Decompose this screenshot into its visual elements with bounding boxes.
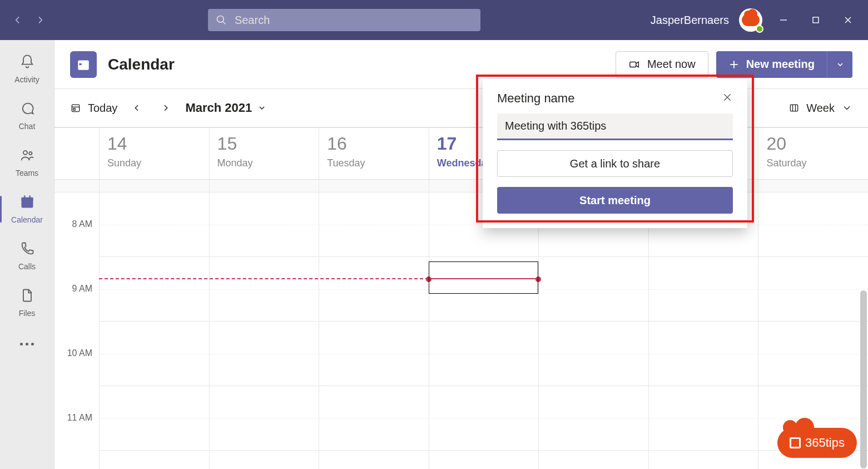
day-column[interactable] (429, 192, 539, 469)
rail-item-calls[interactable]: Calls (0, 233, 54, 279)
month-picker[interactable]: March 2021 (185, 101, 266, 115)
day-header[interactable]: 15Monday (209, 128, 319, 179)
rail-item-calendar[interactable]: Calendar (0, 186, 54, 233)
svg-rect-19 (73, 108, 75, 110)
rail-item-files[interactable]: Files (0, 279, 54, 326)
day-column[interactable] (648, 192, 758, 469)
svg-point-0 (217, 16, 224, 23)
hour-label: 10 AM (54, 354, 99, 418)
new-meeting-dropdown[interactable] (827, 51, 852, 78)
calendar-content: Calendar Meet now New meeting Today (54, 40, 868, 469)
calendar-grid[interactable]: 8 AM9 AM10 AM11 AM (54, 192, 868, 469)
day-column[interactable] (319, 192, 429, 469)
phone-icon (19, 241, 35, 259)
rail-item-activity[interactable]: Activity (0, 46, 54, 92)
avatar[interactable] (739, 8, 762, 32)
svg-rect-9 (21, 198, 33, 201)
svg-point-6 (23, 151, 27, 155)
app-rail: Activity Chat Teams Calendar Calls Files (0, 40, 54, 469)
svg-line-1 (222, 22, 225, 24)
day-header[interactable]: 14Sunday (99, 128, 209, 179)
titlebar: JasperBernaers (0, 0, 868, 40)
calendar-app-icon (70, 51, 97, 78)
get-link-button[interactable]: Get a link to share (497, 150, 733, 177)
rail-item-teams[interactable]: Teams (0, 139, 54, 186)
prev-week-button[interactable] (127, 98, 146, 117)
day-column[interactable] (99, 192, 209, 469)
rail-item-chat[interactable]: Chat (0, 92, 54, 139)
chevron-down-icon (836, 60, 845, 69)
new-meeting-button[interactable]: New meeting (716, 51, 827, 78)
username: JasperBernaers (651, 14, 729, 27)
chevron-down-icon (841, 102, 852, 113)
svg-rect-11 (29, 195, 30, 199)
forward-button[interactable] (36, 16, 44, 24)
hour-label: 8 AM (54, 225, 99, 289)
meet-now-button[interactable]: Meet now (616, 51, 708, 78)
svg-rect-20 (791, 105, 798, 111)
svg-rect-3 (813, 17, 819, 23)
svg-rect-13 (79, 63, 81, 65)
search-icon (216, 14, 227, 28)
svg-rect-14 (630, 62, 636, 67)
svg-rect-10 (24, 195, 25, 199)
time-selection[interactable] (429, 261, 539, 294)
day-column[interactable] (538, 192, 648, 469)
week-view-icon (788, 102, 800, 113)
all-day-cell[interactable] (99, 180, 209, 192)
all-day-cell[interactable] (319, 180, 429, 192)
start-meeting-button[interactable]: Start meeting (497, 187, 733, 214)
svg-point-7 (29, 152, 32, 155)
next-week-button[interactable] (156, 98, 175, 117)
all-day-cell[interactable] (758, 180, 868, 192)
scrollbar[interactable] (860, 290, 867, 468)
presence-available-icon (756, 25, 763, 33)
watermark-logo: 365tips (777, 428, 857, 458)
search-input[interactable] (208, 9, 480, 31)
chat-icon (19, 101, 35, 119)
chevron-down-icon (257, 103, 266, 112)
day-header[interactable]: 20Saturday (758, 128, 868, 179)
meeting-name-input[interactable] (497, 113, 733, 140)
minimize-button[interactable] (772, 9, 795, 31)
bell-icon (19, 54, 35, 72)
file-icon (19, 288, 35, 305)
teams-icon (19, 147, 35, 165)
maximize-button[interactable] (805, 9, 827, 31)
close-button[interactable] (837, 9, 859, 31)
day-column[interactable] (209, 192, 319, 469)
view-switcher[interactable]: Week (788, 102, 852, 115)
day-header[interactable]: 16Tuesday (319, 128, 429, 179)
meet-now-popup: Meeting name Get a link to share Start m… (483, 79, 747, 228)
video-icon (628, 58, 641, 71)
popup-close-button[interactable] (722, 92, 733, 105)
hour-label: 9 AM (54, 289, 99, 354)
popup-title: Meeting name (497, 91, 574, 106)
back-button[interactable] (13, 16, 22, 24)
calendar-icon (19, 194, 35, 212)
today-icon (70, 102, 81, 113)
rail-more[interactable] (0, 330, 54, 357)
plus-icon (728, 59, 740, 70)
hour-label: 11 AM (54, 418, 99, 469)
all-day-cell[interactable] (209, 180, 319, 192)
today-button[interactable]: Today (70, 102, 117, 115)
page-title: Calendar (108, 56, 175, 73)
